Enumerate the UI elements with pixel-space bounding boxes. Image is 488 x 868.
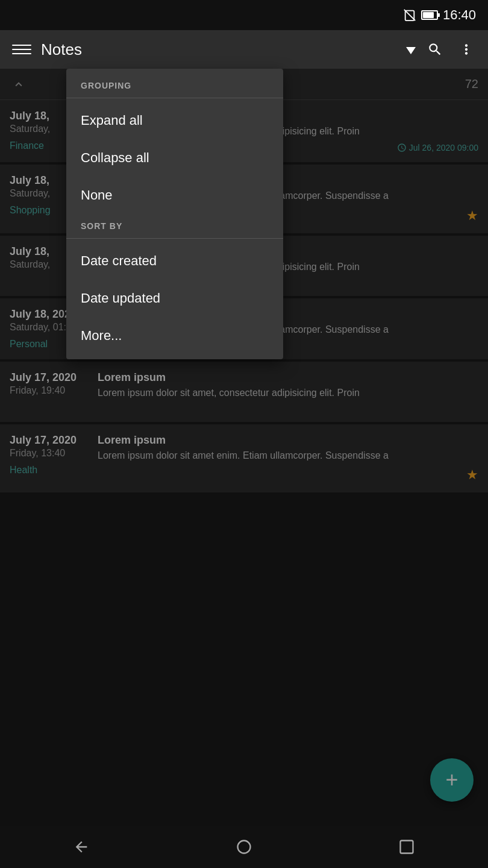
toolbar: Notes: [0, 30, 488, 69]
date-created-item[interactable]: Date created: [66, 242, 283, 280]
none-item[interactable]: None: [66, 177, 283, 214]
divider: [66, 98, 283, 98]
title-dropdown-arrow[interactable]: [406, 47, 416, 54]
svg-rect-3: [401, 841, 413, 854]
grouping-section-label: GROUPING: [66, 74, 283, 94]
back-button[interactable]: [63, 829, 99, 865]
home-button[interactable]: [226, 829, 262, 865]
expand-all-item[interactable]: Expand all: [66, 102, 283, 139]
more-item[interactable]: More...: [66, 317, 283, 354]
divider: [66, 238, 283, 239]
more-options-button[interactable]: [454, 37, 478, 61]
recents-button[interactable]: [389, 829, 425, 865]
battery-icon: [421, 10, 438, 20]
status-time: 16:40: [443, 7, 476, 23]
status-bar: 16:40: [0, 0, 488, 30]
sort-by-section-label: SORT BY: [66, 214, 283, 234]
nav-bar: [0, 826, 488, 868]
collapse-all-item[interactable]: Collapse all: [66, 139, 283, 177]
grouping-dropdown-menu: GROUPING Expand all Collapse all None SO…: [66, 69, 283, 359]
date-updated-item[interactable]: Date updated: [66, 280, 283, 317]
search-button[interactable]: [423, 37, 447, 61]
sim-icon: [403, 8, 416, 22]
menu-icon[interactable]: [10, 37, 34, 61]
svg-point-2: [238, 841, 251, 854]
app-title: Notes: [41, 40, 396, 59]
status-icons: 16:40: [403, 7, 476, 23]
